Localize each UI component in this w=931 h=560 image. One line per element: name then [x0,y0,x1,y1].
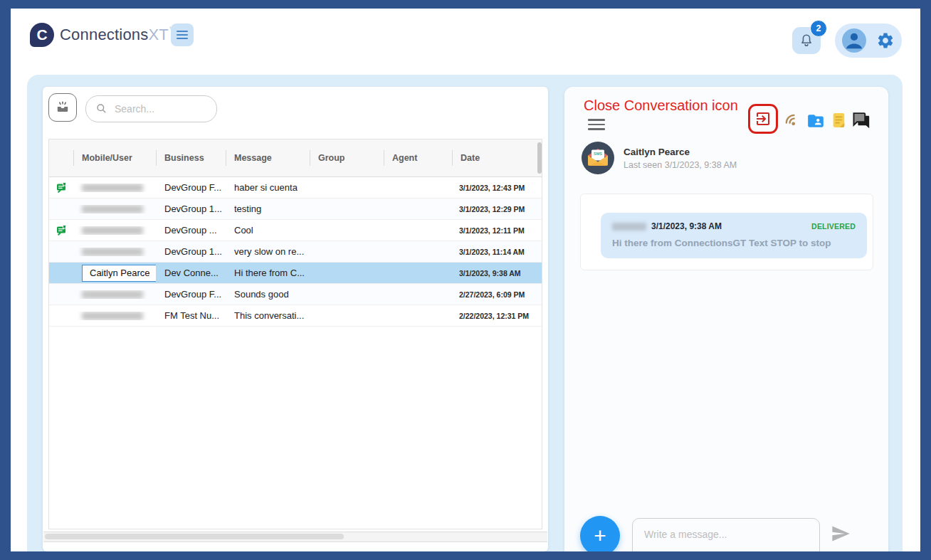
inbox-table: Mobile/User Business Message Group Agent… [48,139,542,529]
brand-logo-icon: C [30,23,54,47]
message-text: Hi there from ConnectionsGT Text STOP to… [612,238,856,248]
document-icon [831,111,846,130]
conversation-panel: Close Conversation icon [564,87,888,551]
redacted-mobile-number [82,184,143,192]
inbox-row[interactable]: FM Test Nu... This conversati... 2/22/20… [49,305,542,327]
cell-icon [49,263,73,283]
cell-icon [49,305,73,326]
column-header-date[interactable]: Date [452,139,542,176]
cell-business: Dev Conne... [156,268,226,278]
column-header-icon [49,139,73,176]
cell-date: 2/27/2023, 6:09 PM [452,290,542,299]
inbox-row[interactable]: DevGroup 1... testing 3/1/2023, 12:29 PM [49,199,542,220]
svg-text:SMS: SMS [594,152,602,156]
contact-folder-button[interactable] [806,113,825,131]
inbox-filter-button[interactable] [48,93,77,122]
cell-business: DevGroup ... [156,225,226,236]
horizontal-scrollbar-track[interactable] [43,532,547,542]
cell-business: DevGroup F... [156,182,226,193]
inbox-row[interactable]: DevGroup 1... very slow on re... 3/1/202… [49,241,542,263]
cell-message: very slow on re... [226,246,310,257]
cell-icon [49,199,73,219]
unread-message-icon [56,182,67,193]
close-conversation-icon [754,110,772,128]
cell-date: 3/1/2023, 12:29 PM [452,205,542,213]
cell-date: 3/1/2023, 11:14 AM [452,248,542,256]
cell-business: FM Test Nu... [156,310,226,321]
inbox-table-body: DevGroup F... haber si cuenta 3/1/2023, … [49,177,542,327]
cell-icon [49,177,73,198]
inbox-row[interactable]: DevGroup ... Cool 3/1/2023, 12:11 PM [49,220,542,241]
column-header-message[interactable]: Message [226,139,310,176]
horizontal-scrollbar-thumb[interactable] [45,534,344,539]
notes-button[interactable] [831,111,846,132]
send-icon [830,524,851,544]
selected-contact-name-box[interactable]: Caitlyn Pearce [82,265,156,282]
contact-name: Caitlyn Pearce [624,147,737,157]
column-header-business[interactable]: Business [156,139,226,176]
redacted-mobile-number [82,248,143,256]
cell-message: haber si cuenta [226,182,310,193]
conversation-history-button[interactable] [852,112,871,132]
cell-message: Hi there from C... [226,268,310,278]
brand-name: ConnectionsXT™ [60,26,174,44]
inbox-row[interactable]: Caitlyn Pearce Dev Conne... Hi there fro… [49,263,542,284]
contact-info: Caitlyn Pearce Last seen 3/1/2023, 9:38 … [624,147,737,170]
redacted-sender-name [612,223,646,231]
brand-logo: C ConnectionsXT™ [30,22,174,48]
inbox-row[interactable]: DevGroup F... haber si cuenta 3/1/2023, … [49,177,542,199]
delivery-status-badge: DELIVERED [811,222,856,231]
inbox-panel: Mobile/User Business Message Group Agent… [43,87,548,551]
cell-mobile-user [73,290,156,299]
add-attachment-button[interactable]: + [580,516,620,551]
gear-icon [876,31,895,50]
person-icon [842,28,866,53]
send-message-button[interactable] [829,522,853,546]
chat-bubbles-icon [852,112,871,130]
cell-mobile-user [73,184,156,192]
cell-message: Sounds good [226,289,310,300]
cell-mobile-user [73,205,156,213]
content-container: Mobile/User Business Message Group Agent… [27,75,903,551]
search-icon [95,102,108,115]
conversation-menu-button[interactable] [588,119,606,130]
cell-icon [49,284,73,305]
notifications-button[interactable]: 2 [792,27,821,54]
bell-icon [799,33,814,48]
column-header-group[interactable]: Group [310,139,384,176]
cell-icon [49,220,73,241]
close-conversation-button[interactable] [748,104,778,134]
contact-folder-icon [806,113,825,129]
cell-date: 3/1/2023, 12:43 PM [452,184,542,192]
cell-date: 2/22/2023, 12:31 PM [452,312,542,320]
message-card: 3/1/2023, 9:38 AM DELIVERED Hi there fro… [580,194,873,270]
close-conversation-annotation: Close Conversation icon [584,97,738,114]
cell-message: testing [226,204,310,214]
redacted-mobile-number [82,205,143,213]
search-input[interactable] [113,96,212,122]
cell-date: 3/1/2023, 12:11 PM [452,226,542,235]
vertical-scrollbar-thumb[interactable] [537,142,542,174]
message-composer-input[interactable] [632,518,820,551]
redacted-mobile-number [82,312,143,320]
unread-message-icon [56,225,67,236]
cell-mobile-user [73,226,156,235]
cell-date: 3/1/2023, 9:38 AM [452,269,542,278]
inbox-row[interactable]: DevGroup F... Sounds good 2/27/2023, 6:0… [49,284,542,305]
ring-alert-button[interactable] [782,110,801,132]
inbox-table-header: Mobile/User Business Message Group Agent… [49,139,542,177]
app-window: C ConnectionsXT™ 2 [11,9,920,551]
column-header-mobile-user[interactable]: Mobile/User [73,139,156,176]
profile-pill [835,23,902,58]
inbox-icon [54,99,71,116]
contact-header[interactable]: SMS Caitlyn Pearce Last seen 3/1/2023, 9… [582,142,737,174]
settings-button[interactable] [876,31,895,50]
cell-icon [49,241,73,262]
redacted-mobile-number [82,290,143,299]
sms-avatar-icon: SMS [582,142,614,174]
user-avatar-button[interactable] [842,28,866,53]
message-timestamp: 3/1/2023, 9:38 AM [651,221,722,231]
cell-business: DevGroup 1... [156,246,226,257]
column-header-agent[interactable]: Agent [384,139,452,176]
main-menu-button[interactable] [171,23,194,46]
